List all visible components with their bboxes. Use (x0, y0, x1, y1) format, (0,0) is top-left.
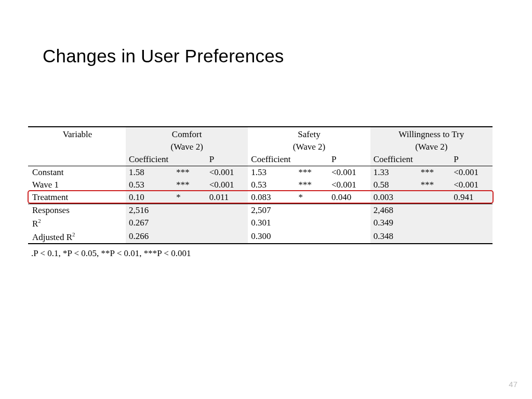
cell-sig: * (173, 191, 206, 204)
col-group-comfort: Comfort (126, 127, 248, 141)
cell-coef: 0.083 (248, 191, 295, 204)
subhdr-coef-2: Coefficient (248, 153, 295, 166)
cell-coef: 1.53 (248, 166, 295, 179)
cell-coef: 0.53 (248, 179, 295, 191)
cell-p: <0.001 (450, 166, 493, 179)
table-row-summary: Responses 2,516 2,507 2,468 (28, 204, 493, 217)
cell-val: 0.301 (248, 217, 370, 230)
cell-val: 0.266 (126, 230, 248, 244)
cell-val: 2,516 (126, 204, 248, 217)
cell-sig: *** (418, 166, 450, 179)
cell-p: <0.001 (328, 166, 370, 179)
table-row: Wave 1 0.53 *** <0.001 0.53 *** <0.001 0… (28, 179, 493, 191)
cell-coef: 1.33 (370, 166, 418, 179)
cell-label-adjr2: Adjusted R2 (28, 230, 126, 244)
cell-p: <0.001 (328, 179, 370, 191)
slide: Changes in User Preferences Variable Com… (0, 0, 532, 399)
cell-coef: 0.003 (370, 191, 418, 204)
cell-p: <0.001 (450, 179, 493, 191)
col-group-willingness-sub: (Wave 2) (370, 141, 493, 153)
cell-coef: 0.58 (370, 179, 418, 191)
cell-val: 0.349 (370, 217, 493, 230)
cell-val: 2,507 (248, 204, 370, 217)
cell-coef: 0.53 (126, 179, 173, 191)
subhdr-p-2: P (328, 153, 370, 166)
cell-sig: *** (418, 179, 450, 191)
cell-val: 0.267 (126, 217, 248, 230)
slide-title: Changes in User Preferences (43, 46, 284, 66)
cell-coef: 0.10 (126, 191, 173, 204)
page-number: 47 (509, 380, 517, 389)
cell-sig: * (296, 191, 328, 204)
subhdr-p-3: P (450, 153, 493, 166)
cell-val: 0.348 (370, 230, 493, 244)
cell-p: 0.040 (328, 191, 370, 204)
table-row-summary: R2 0.267 0.301 0.349 (28, 217, 493, 230)
subhdr-p-1: P (206, 153, 248, 166)
cell-p: <0.001 (206, 166, 248, 179)
cell-label: Responses (28, 204, 126, 217)
cell-sig (418, 191, 450, 204)
col-group-safety-sub: (Wave 2) (248, 141, 370, 153)
cell-sig: *** (173, 179, 206, 191)
table-row: Constant 1.58 *** <0.001 1.53 *** <0.001… (28, 166, 493, 179)
col-header-variable: Variable (28, 127, 126, 153)
significance-footnote: .P < 0.1, *P < 0.05, **P < 0.01, ***P < … (31, 248, 191, 259)
cell-label: Wave 1 (28, 179, 126, 191)
cell-p: <0.001 (206, 179, 248, 191)
cell-sig: *** (296, 166, 328, 179)
cell-p: 0.011 (206, 191, 248, 204)
regression-table: Variable Comfort Safety Willingness to T… (28, 126, 493, 244)
cell-sig: *** (173, 166, 206, 179)
cell-p: 0.941 (450, 191, 493, 204)
cell-sig: *** (296, 179, 328, 191)
subhdr-coef-3: Coefficient (370, 153, 418, 166)
cell-coef: 1.58 (126, 166, 173, 179)
col-group-comfort-sub: (Wave 2) (126, 141, 248, 153)
table-row-summary: Adjusted R2 0.266 0.300 0.348 (28, 230, 493, 244)
table-row-treatment: Treatment 0.10 * 0.011 0.083 * 0.040 0.0… (28, 191, 493, 204)
subhdr-coef-1: Coefficient (126, 153, 173, 166)
cell-label: Constant (28, 166, 126, 179)
cell-val: 0.300 (248, 230, 370, 244)
col-group-safety: Safety (248, 127, 370, 141)
cell-label: Treatment (28, 191, 126, 204)
cell-label-r2: R2 (28, 217, 126, 230)
cell-val: 2,468 (370, 204, 493, 217)
col-group-willingness: Willingness to Try (370, 127, 493, 141)
